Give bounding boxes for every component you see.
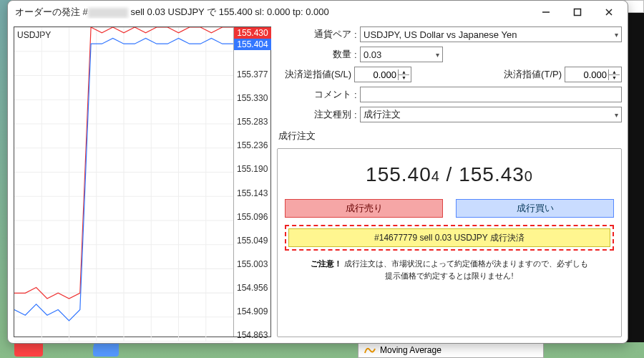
volume-label: 数量	[277, 48, 354, 61]
volume-value: 0.03	[364, 49, 381, 60]
ytick: 155.377	[237, 69, 268, 79]
sl-step-up[interactable]: ▲	[398, 69, 409, 75]
titlebar[interactable]: オーダーの発注 # sell 0.03 USDJPY で 155.400 sl:…	[8, 1, 628, 24]
order-type-value: 成行注文	[364, 108, 401, 121]
svg-rect-1	[575, 9, 581, 16]
ytick: 155.190	[237, 164, 268, 174]
tp-input[interactable]: ▲▼	[565, 67, 622, 82]
chevron-down-icon: ▾	[615, 111, 618, 119]
maximize-button[interactable]	[562, 2, 593, 22]
ytick: 155.236	[237, 140, 268, 150]
quote-display: 155.404 / 155.430	[366, 163, 533, 186]
background-indicator-row: Moving Average	[358, 342, 544, 358]
window-title: オーダーの発注 # sell 0.03 USDJPY で 155.400 sl:…	[15, 6, 530, 19]
tp-step-down[interactable]: ▼	[608, 75, 620, 80]
pair-value: USDJPY, US Dollar vs Japanese Yen	[364, 29, 517, 40]
market-order-warning: ご注意！ 成行注文は、市場状況によって約定価格が決まりますので、必ずしも 提示価…	[311, 258, 588, 281]
moving-average-label: Moving Average	[380, 345, 441, 355]
close-icon	[605, 8, 613, 16]
ask-price-label: 155.430	[234, 27, 271, 39]
close-position-highlight: #14677779 sell 0.03 USDJPY 成行決済	[285, 225, 614, 251]
tp-step-up[interactable]: ▲	[608, 69, 620, 75]
tp-field[interactable]	[565, 69, 608, 80]
order-type-select[interactable]: 成行注文 ▾	[360, 107, 622, 122]
maximize-icon	[573, 8, 582, 16]
order-type-label: 注文種別	[277, 108, 354, 121]
ytick: 155.143	[237, 188, 268, 198]
ytick: 154.909	[237, 306, 268, 316]
ytick: 155.096	[237, 212, 268, 222]
comment-label: コメント	[277, 88, 354, 101]
tp-label: 決済指値(T/P)	[493, 68, 565, 81]
sl-label: 決済逆指値(S/L)	[277, 68, 354, 81]
background-chart-sliver	[626, 13, 644, 342]
sl-input[interactable]: ▲▼	[354, 67, 411, 82]
comment-input[interactable]	[360, 87, 622, 102]
ytick: 155.049	[237, 236, 268, 246]
ytick: 155.003	[237, 259, 268, 269]
chevron-down-icon: ▾	[436, 51, 439, 59]
pair-label: 通貨ペア	[277, 28, 354, 41]
pair-select[interactable]: USDJPY, US Dollar vs Japanese Yen ▾	[360, 26, 622, 42]
minimize-icon	[542, 8, 550, 16]
chevron-down-icon: ▾	[615, 31, 618, 39]
market-order-panel: 155.404 / 155.430 成行売り 成行買い #14677779 se…	[277, 148, 622, 337]
volume-select[interactable]: 0.03 ▾	[360, 47, 443, 62]
market-sell-button[interactable]: 成行売り	[285, 199, 443, 218]
close-position-button[interactable]: #14677779 sell 0.03 USDJPY 成行決済	[288, 228, 610, 247]
minimize-button[interactable]	[530, 2, 562, 22]
ytick: 155.283	[237, 117, 268, 127]
tick-chart: USDJPY 155.430 155.404 155.377155.330155…	[14, 26, 271, 337]
sl-step-down[interactable]: ▼	[398, 75, 409, 80]
chart-plot	[14, 27, 233, 342]
order-window: オーダーの発注 # sell 0.03 USDJPY で 155.400 sl:…	[7, 0, 628, 344]
chart-y-axis: 155.430 155.404 155.377155.330155.283155…	[233, 27, 270, 337]
market-buy-button[interactable]: 成行買い	[456, 199, 614, 218]
order-section-label: 成行注文	[278, 130, 622, 142]
bid-price-label: 155.404	[234, 39, 271, 50]
ytick: 154.956	[237, 283, 268, 293]
redacted-order-id	[88, 8, 128, 18]
close-button[interactable]	[593, 2, 625, 22]
wave-icon	[364, 344, 376, 356]
ytick: 155.330	[237, 93, 268, 103]
ytick: 154.863	[237, 330, 268, 340]
sl-field[interactable]	[355, 69, 398, 80]
